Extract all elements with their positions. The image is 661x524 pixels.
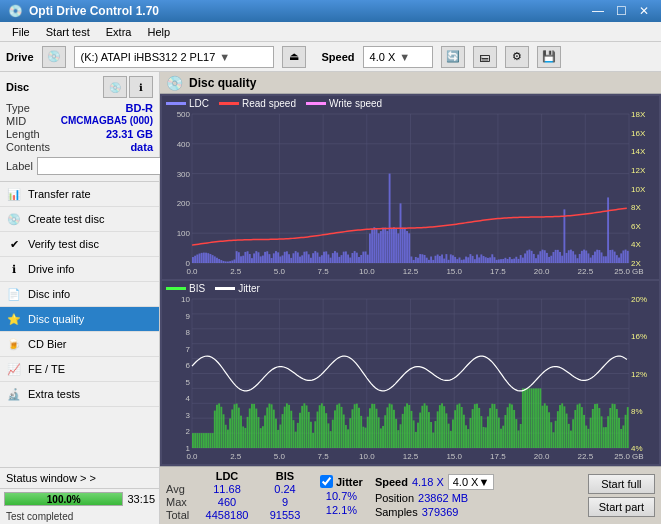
- legend-write-speed: Write speed: [306, 98, 382, 109]
- disc-quality-icon: ⭐: [6, 312, 22, 326]
- disc-type-row: Type BD-R: [6, 102, 153, 114]
- chart2-container: BIS Jitter: [162, 281, 659, 464]
- max-ldc: 460: [198, 496, 256, 508]
- speed-select[interactable]: 4.0 X ▼: [363, 46, 433, 68]
- refresh-button[interactable]: 🔄: [441, 46, 465, 68]
- charts-area: LDC Read speed Write speed: [160, 94, 661, 466]
- disc-insert-icon[interactable]: 💿: [103, 76, 127, 98]
- create-test-disc-icon: 💿: [6, 212, 22, 226]
- jitter-section: Jitter 10.7% 12.1%: [320, 475, 363, 516]
- nav-create-test-disc[interactable]: 💿 Create test disc: [0, 207, 159, 232]
- maximize-button[interactable]: ☐: [612, 4, 631, 18]
- total-bis: 91553: [260, 509, 310, 521]
- nav-drive-info[interactable]: ℹ Drive info: [0, 257, 159, 282]
- extra-tests-icon: 🔬: [6, 387, 22, 401]
- app-icon: 💿: [8, 4, 23, 18]
- disc-mid-value: CMCMAGBA5 (000): [61, 115, 153, 127]
- menu-file[interactable]: File: [4, 24, 38, 40]
- menu-start-test[interactable]: Start test: [38, 24, 98, 40]
- status-window-button[interactable]: Status window > >: [0, 468, 159, 489]
- app-title: Opti Drive Control 1.70: [29, 4, 159, 18]
- disc-type-label: Type: [6, 102, 30, 114]
- chart-title: Disc quality: [189, 76, 256, 90]
- nav-fe-te[interactable]: 📈 FE / TE: [0, 357, 159, 382]
- total-ldc: 4458180: [198, 509, 256, 521]
- disc-length-row: Length 23.31 GB: [6, 128, 153, 140]
- legend-read-speed: Read speed: [219, 98, 296, 109]
- nav-items: 📊 Transfer rate 💿 Create test disc ✔ Ver…: [0, 182, 159, 467]
- drive-bar: Drive 💿 (K:) ATAPI iHBS312 2 PL17 ▼ ⏏ Sp…: [0, 42, 661, 72]
- menu-help[interactable]: Help: [139, 24, 178, 40]
- stats-bar: LDC BIS Avg 11.68 0.24 Max 460 9 Total: [160, 466, 661, 524]
- position-label: Position: [375, 492, 414, 504]
- legend-ldc: LDC: [166, 98, 209, 109]
- title-bar: 💿 Opti Drive Control 1.70 — ☐ ✕: [0, 0, 661, 22]
- drive-select[interactable]: (K:) ATAPI iHBS312 2 PL17 ▼: [74, 46, 274, 68]
- close-button[interactable]: ✕: [635, 4, 653, 18]
- nav-extra-tests[interactable]: 🔬 Extra tests: [0, 382, 159, 407]
- menu-bar: File Start test Extra Help: [0, 22, 661, 42]
- disc-section: Disc 💿 ℹ Type BD-R MID CMCMAGBA5 (000) L…: [0, 72, 159, 182]
- drive-select-arrow: ▼: [219, 51, 230, 63]
- speed-stat-label: Speed: [375, 476, 408, 488]
- samples-label: Samples: [375, 506, 418, 518]
- total-label: Total: [166, 509, 194, 521]
- nav-disc-info[interactable]: 📄 Disc info: [0, 282, 159, 307]
- position-value: 23862 MB: [418, 492, 468, 504]
- disc-length-label: Length: [6, 128, 40, 140]
- fe-te-icon: 📈: [6, 362, 22, 376]
- speed-dropdown[interactable]: 4.0 X ▼: [448, 474, 495, 490]
- start-full-button[interactable]: Start full: [588, 474, 655, 494]
- stats-table: LDC BIS Avg 11.68 0.24 Max 460 9 Total: [166, 470, 310, 521]
- status-window-label: Status window > >: [6, 472, 96, 484]
- disc-info-icon[interactable]: ℹ: [129, 76, 153, 98]
- drive-info-icon: ℹ: [6, 262, 22, 276]
- nav-verify-test-disc[interactable]: ✔ Verify test disc: [0, 232, 159, 257]
- chart1-canvas: [162, 96, 659, 279]
- samples-value: 379369: [422, 506, 459, 518]
- start-buttons: Start full Start part: [588, 474, 655, 517]
- drive-label: Drive: [6, 51, 34, 63]
- right-panel: 💿 Disc quality LDC Read speed: [160, 72, 661, 524]
- chart-icon: 💿: [166, 75, 183, 91]
- menu-extra[interactable]: Extra: [98, 24, 140, 40]
- settings-button[interactable]: ⚙: [505, 46, 529, 68]
- speed-stat-value: 4.18 X: [412, 476, 444, 488]
- main-layout: Disc 💿 ℹ Type BD-R MID CMCMAGBA5 (000) L…: [0, 72, 661, 524]
- minimize-button[interactable]: —: [588, 4, 608, 18]
- time-label: 33:15: [127, 493, 155, 505]
- chart2-canvas: [162, 281, 659, 464]
- drive-icon: 💿: [42, 46, 66, 68]
- disc-contents-row: Contents data: [6, 141, 153, 153]
- jitter-checkbox[interactable]: [320, 475, 333, 488]
- verify-test-disc-icon: ✔: [6, 237, 22, 251]
- speed-label: Speed: [322, 51, 355, 63]
- disc-label-input[interactable]: [37, 157, 172, 175]
- legend-jitter: Jitter: [215, 283, 260, 294]
- bis-header: BIS: [260, 470, 310, 482]
- max-jitter: 12.1%: [320, 504, 363, 516]
- avg-label: Avg: [166, 483, 194, 495]
- disc-label-label: Label: [6, 160, 33, 172]
- eject-button[interactable]: ⏏: [282, 46, 306, 68]
- nav-transfer-rate[interactable]: 📊 Transfer rate: [0, 182, 159, 207]
- nav-cd-bier[interactable]: 🍺 CD Bier: [0, 332, 159, 357]
- nav-disc-quality[interactable]: ⭐ Disc quality: [0, 307, 159, 332]
- legend-bis: BIS: [166, 283, 205, 294]
- avg-ldc: 11.68: [198, 483, 256, 495]
- disc-info-icon2: 📄: [6, 287, 22, 301]
- status-text: Test completed: [0, 509, 159, 524]
- disc-length-value: 23.31 GB: [106, 128, 153, 140]
- disc-contents-label: Contents: [6, 141, 50, 153]
- max-label: Max: [166, 496, 194, 508]
- start-part-button[interactable]: Start part: [588, 497, 655, 517]
- save-button[interactable]: 💾: [537, 46, 561, 68]
- disc-button[interactable]: 🖴: [473, 46, 497, 68]
- ldc-header: LDC: [198, 470, 256, 482]
- progress-text: 100.0%: [47, 494, 81, 505]
- left-panel: Disc 💿 ℹ Type BD-R MID CMCMAGBA5 (000) L…: [0, 72, 160, 524]
- transfer-rate-icon: 📊: [6, 187, 22, 201]
- progress-row: 100.0% 33:15: [0, 489, 159, 509]
- avg-jitter: 10.7%: [320, 490, 363, 502]
- max-bis: 9: [260, 496, 310, 508]
